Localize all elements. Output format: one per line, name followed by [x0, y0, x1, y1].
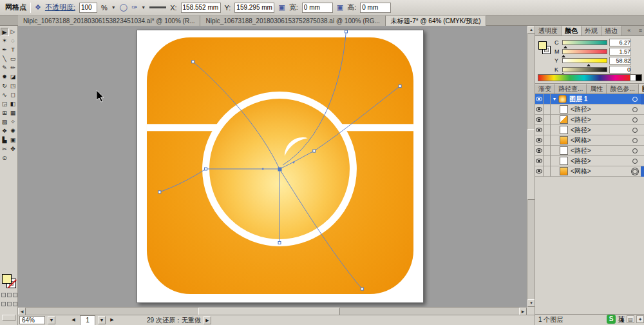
type-tool[interactable]: T	[9, 46, 17, 54]
none-button[interactable]	[13, 293, 17, 297]
panel-menu-icon[interactable]: ≡	[637, 26, 644, 35]
layer-row-layer1[interactable]: ▼ 图层 1	[535, 94, 644, 104]
tab-appearance[interactable]: 外观	[582, 26, 601, 35]
hand-tool[interactable]: ✥	[9, 145, 17, 153]
artboard-dropdown-icon[interactable]: ▼	[98, 316, 106, 324]
stroke-profile-preview[interactable]	[149, 6, 166, 8]
draw-normal-button[interactable]	[1, 302, 6, 306]
width-tool[interactable]: ∿	[1, 91, 9, 99]
rotate-tool[interactable]: ↻	[1, 82, 9, 90]
cyan-value-input[interactable]	[609, 39, 631, 46]
tab-layers[interactable]: 图层	[639, 84, 644, 94]
target-circle[interactable]	[632, 138, 638, 143]
tab-color-guide[interactable]: 颜色参...	[607, 84, 638, 94]
layer-thumbnail[interactable]	[560, 157, 568, 165]
visibility-toggle[interactable]	[535, 104, 544, 115]
cyan-slider[interactable]	[562, 40, 607, 45]
lock-toggle[interactable]	[544, 166, 551, 177]
live-paint-bucket-tool[interactable]: ◧	[9, 100, 17, 108]
target-circle-targeted[interactable]	[632, 169, 638, 174]
column-graph-tool[interactable]: ▙	[1, 136, 9, 144]
layer-row-path[interactable]: <路径>	[535, 125, 644, 135]
visibility-toggle[interactable]	[535, 166, 544, 177]
layer-thumbnail[interactable]	[560, 146, 568, 155]
layer-thumbnail[interactable]	[560, 126, 568, 134]
artboard-canvas[interactable]	[137, 30, 423, 302]
perspective-grid-tool[interactable]: ⊞	[1, 109, 9, 117]
eyedropper-tool[interactable]: ✧	[9, 118, 17, 126]
mesh-tool[interactable]: ▦	[9, 109, 17, 117]
visibility-toggle[interactable]	[535, 115, 544, 125]
lock-toggle[interactable]	[544, 125, 551, 135]
draw-behind-button[interactable]	[7, 302, 12, 306]
collapse-panel-icon[interactable]: «	[625, 26, 632, 35]
black-value-input[interactable]	[609, 66, 631, 74]
lock-toggle[interactable]	[544, 104, 551, 115]
layer-thumbnail[interactable]	[560, 105, 568, 113]
prev-artboard-icon[interactable]: ◀	[70, 316, 77, 324]
width-input[interactable]	[302, 3, 333, 13]
magenta-value-input[interactable]	[609, 48, 631, 55]
black-slider[interactable]	[562, 67, 607, 72]
layer-thumbnail[interactable]	[560, 136, 568, 144]
visibility-toggle[interactable]	[535, 156, 544, 166]
lasso-tool[interactable]: ◌	[9, 37, 17, 45]
tab-stroke[interactable]: 描边	[601, 26, 621, 35]
spectrum-gradient[interactable]	[538, 75, 630, 81]
layer-thumbnail[interactable]	[560, 115, 568, 124]
scale-tool[interactable]: ◳	[9, 82, 17, 90]
draw-inside-button[interactable]	[13, 302, 17, 306]
appearance-icon[interactable]: ◯	[120, 3, 128, 12]
brush-dropdown-icon[interactable]: ▼	[141, 5, 146, 10]
zoom-tool[interactable]: ⊙	[1, 154, 9, 162]
lock-toggle[interactable]	[544, 156, 551, 166]
document-tab-3[interactable]: 未标题-7* @ 64% (CMYK/预览)	[386, 15, 487, 26]
lock-toggle[interactable]	[544, 115, 551, 125]
document-tab-2[interactable]: Nipic_10673188_20180306153752875038.ai @…	[200, 15, 385, 26]
line-segment-tool[interactable]: ╲	[1, 55, 9, 63]
visibility-toggle[interactable]	[535, 146, 544, 156]
lock-toggle[interactable]	[544, 135, 551, 146]
x-input[interactable]	[181, 3, 221, 13]
yellow-slider[interactable]	[562, 58, 607, 63]
fill-swatch[interactable]	[538, 41, 547, 50]
lock-toggle[interactable]	[544, 94, 551, 104]
visibility-toggle[interactable]	[535, 94, 544, 104]
symbol-sprayer-tool[interactable]: ✺	[9, 127, 17, 135]
spectrum-black-swatch[interactable]	[636, 75, 641, 81]
y-input[interactable]	[234, 3, 274, 13]
layer-name[interactable]: <路径>	[571, 115, 632, 124]
layer-row-path[interactable]: <路径>	[535, 115, 644, 125]
layer-row-mesh[interactable]: <网格>	[535, 166, 644, 177]
zoom-dropdown-icon[interactable]: ▼	[48, 316, 55, 324]
layer-row-path[interactable]: <路径>	[535, 104, 644, 115]
layer-name[interactable]: <路径>	[571, 126, 632, 135]
visibility-toggle[interactable]	[535, 135, 544, 146]
free-transform-tool[interactable]: ◻	[9, 91, 17, 99]
target-circle[interactable]	[632, 97, 638, 102]
spectrum-white-swatch[interactable]	[630, 75, 636, 81]
ime-settings-icon[interactable]: ✦	[636, 315, 644, 323]
vertical-scrollbar[interactable]: ▲ ▼	[527, 26, 535, 307]
opacity-input[interactable]	[79, 3, 97, 13]
next-artboard-icon[interactable]: ▶	[108, 316, 116, 324]
ime-keyboard-icon[interactable]: ▤	[627, 315, 634, 323]
pencil-tool[interactable]: ✏	[9, 64, 17, 72]
artboard-tool[interactable]: ▣	[9, 136, 17, 144]
layer-row-path[interactable]: <路径>	[535, 146, 644, 156]
target-circle[interactable]	[632, 128, 638, 133]
document-tab-1[interactable]: Nipic_10673188_20180306153823451034.ai* …	[18, 15, 200, 26]
pen-tool[interactable]: ✒	[1, 46, 9, 54]
visibility-toggle[interactable]	[535, 125, 544, 135]
document-canvas[interactable]	[18, 26, 527, 307]
color-spectrum-bar[interactable]	[538, 74, 642, 81]
rectangle-tool[interactable]: ▭	[9, 55, 17, 63]
opacity-dropdown-icon[interactable]: ▼	[111, 5, 116, 10]
layer-name[interactable]: <路径>	[571, 157, 632, 166]
target-circle[interactable]	[632, 117, 638, 123]
tab-color[interactable]: 颜色	[562, 26, 582, 35]
layer-name[interactable]: <网格>	[571, 136, 632, 145]
shape-builder-tool[interactable]: ◲	[1, 100, 9, 108]
target-circle[interactable]	[632, 107, 638, 112]
color-button[interactable]	[1, 293, 6, 297]
